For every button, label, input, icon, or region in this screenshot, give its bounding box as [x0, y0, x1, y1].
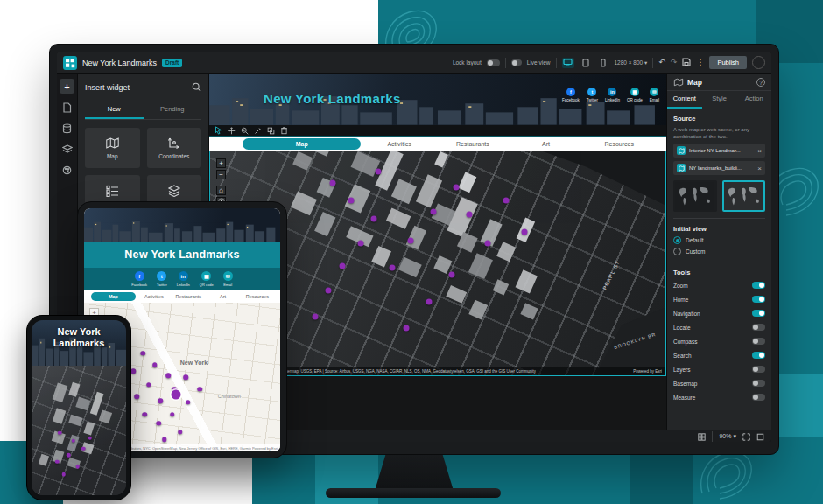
- landmark-marker[interactable]: [146, 382, 151, 388]
- device-tablet-button[interactable]: [580, 58, 592, 68]
- landmark-marker[interactable]: [448, 271, 454, 277]
- tab-new[interactable]: New: [85, 102, 144, 119]
- zoom-out-button[interactable]: −: [216, 170, 226, 179]
- tab-pending[interactable]: Pending: [144, 102, 202, 119]
- landmark-marker[interactable]: [390, 265, 396, 271]
- landmark-marker[interactable]: [521, 229, 527, 235]
- landmark-marker[interactable]: [158, 398, 164, 403]
- landmark-marker[interactable]: [135, 394, 140, 399]
- landmark-marker[interactable]: [152, 363, 158, 368]
- landmark-marker[interactable]: [58, 431, 62, 436]
- nav-tab-activities[interactable]: Activities: [138, 294, 170, 299]
- remove-source-icon[interactable]: ×: [757, 164, 762, 172]
- landmark-marker[interactable]: [140, 351, 145, 356]
- device-desktop-button[interactable]: [562, 58, 574, 68]
- insert-widget-button[interactable]: +: [60, 79, 74, 94]
- landmark-marker[interactable]: [162, 438, 167, 443]
- landmark-marker[interactable]: [178, 430, 183, 435]
- twitter-icon[interactable]: tTwitter: [157, 271, 167, 287]
- source-thumbnail-selected[interactable]: [722, 180, 766, 212]
- email-icon[interactable]: ✉Email: [223, 271, 233, 287]
- remove-source-icon[interactable]: ×: [757, 147, 762, 155]
- fullscreen-icon[interactable]: [756, 429, 764, 443]
- landmark-marker[interactable]: [330, 179, 336, 186]
- landmark-marker[interactable]: [88, 437, 93, 441]
- save-icon[interactable]: [682, 58, 691, 68]
- nav-tab-art[interactable]: Art: [511, 141, 581, 147]
- outline-panel-button[interactable]: [60, 142, 74, 157]
- landmark-marker[interactable]: [503, 198, 510, 204]
- source-item[interactable]: NY landmarks_buildi... ×: [673, 161, 765, 175]
- canvas-resolution-select[interactable]: 1280 × 800 ▾: [615, 60, 648, 66]
- landmark-marker[interactable]: [184, 374, 189, 380]
- undo-icon[interactable]: ↶: [658, 59, 665, 66]
- landmark-marker[interactable]: [170, 412, 175, 417]
- landmark-marker[interactable]: [143, 412, 148, 417]
- source-item[interactable]: Interior NY Landmar... ×: [673, 144, 765, 158]
- compass-toggle[interactable]: [752, 338, 765, 345]
- tab-style[interactable]: Style: [702, 91, 737, 108]
- redo-icon[interactable]: ↷: [671, 59, 678, 66]
- landmark-marker[interactable]: [186, 400, 191, 405]
- search-toggle[interactable]: [752, 352, 765, 359]
- help-icon[interactable]: ?: [756, 78, 765, 87]
- landmark-marker[interactable]: [430, 209, 436, 215]
- landmark-marker[interactable]: [407, 238, 413, 244]
- initial-view-custom-radio[interactable]: Custom: [673, 248, 765, 256]
- app-logo-icon[interactable]: [63, 56, 77, 70]
- landmark-marker[interactable]: [156, 421, 161, 426]
- home-button[interactable]: ⌂: [216, 186, 226, 195]
- landmark-marker[interactable]: [348, 198, 355, 204]
- landmark-marker[interactable]: [357, 240, 363, 246]
- zoom-toggle[interactable]: [752, 282, 765, 289]
- landmark-marker[interactable]: [197, 387, 202, 392]
- lock-layout-toggle[interactable]: [487, 60, 500, 66]
- twitter-icon[interactable]: tTwitter: [587, 88, 598, 102]
- measure-toggle[interactable]: [752, 394, 765, 401]
- landmark-marker[interactable]: [467, 211, 473, 217]
- facebook-icon[interactable]: fFacebook: [562, 88, 580, 102]
- scene-map-widget[interactable]: [32, 366, 126, 495]
- linkedin-icon[interactable]: inLinkedIn: [177, 271, 190, 287]
- nav-tab-resources[interactable]: Resources: [584, 141, 654, 147]
- page-outline-icon[interactable]: [698, 429, 706, 443]
- nav-tab-map[interactable]: Map: [91, 292, 136, 301]
- landmark-marker[interactable]: [376, 169, 382, 175]
- landmark-marker[interactable]: [172, 390, 181, 400]
- tab-action[interactable]: Action: [736, 91, 771, 108]
- nav-tab-map[interactable]: Map: [243, 138, 361, 150]
- canvas-zoom-select[interactable]: 90%▾: [719, 433, 736, 440]
- nav-tab-art[interactable]: Art: [207, 294, 238, 299]
- navigation-toggle[interactable]: [752, 310, 765, 317]
- fit-to-window-icon[interactable]: [742, 429, 750, 443]
- theme-panel-button[interactable]: [60, 163, 74, 178]
- qr-code-icon[interactable]: ▦QR code: [627, 88, 643, 102]
- qr-code-icon[interactable]: ▦QR code: [200, 271, 214, 287]
- page-panel-button[interactable]: [60, 100, 74, 115]
- home-toggle[interactable]: [752, 296, 765, 303]
- landmark-marker[interactable]: [453, 184, 459, 190]
- nav-tab-restaurants[interactable]: Restaurants: [172, 294, 204, 299]
- landmark-marker[interactable]: [67, 453, 71, 458]
- device-phone-button[interactable]: [597, 58, 609, 68]
- source-thumbnail[interactable]: [673, 180, 717, 212]
- landmark-marker[interactable]: [76, 465, 81, 469]
- locate-toggle[interactable]: [752, 324, 765, 331]
- nav-tab-restaurants[interactable]: Restaurants: [438, 141, 508, 147]
- landmark-marker[interactable]: [403, 326, 409, 332]
- tab-content[interactable]: Content: [667, 91, 702, 108]
- landmark-marker[interactable]: [426, 298, 432, 304]
- data-panel-button[interactable]: [60, 121, 74, 136]
- live-view-toggle[interactable]: [511, 60, 522, 66]
- landmark-marker[interactable]: [485, 240, 491, 246]
- zoom-in-button[interactable]: +: [216, 158, 226, 168]
- linkedin-icon[interactable]: inLinkedIn: [605, 88, 620, 102]
- landmark-marker[interactable]: [81, 446, 86, 451]
- basemap-toggle[interactable]: [752, 380, 765, 387]
- landmark-marker[interactable]: [312, 314, 318, 320]
- nav-tab-activities[interactable]: Activities: [364, 141, 434, 147]
- publish-button[interactable]: Publish: [709, 56, 747, 69]
- widget-card-coordinates[interactable]: Coordinates: [147, 128, 202, 168]
- widget-card-map[interactable]: Map: [85, 128, 140, 168]
- user-avatar[interactable]: [752, 56, 765, 69]
